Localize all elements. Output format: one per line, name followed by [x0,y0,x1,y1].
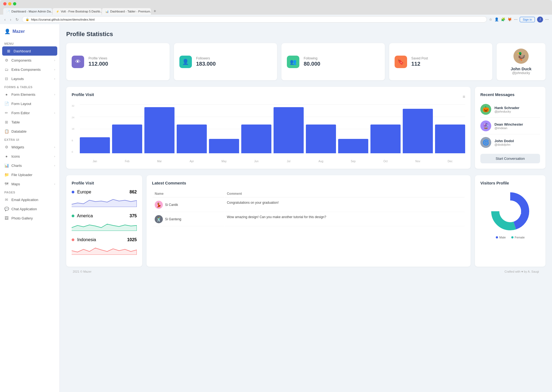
bar-3 [177,125,207,153]
tab-1[interactable]: 📄 Dashboard - Mazer Admin Da... ✕ [3,8,52,15]
y-label-32: 32 [72,104,74,107]
footer-left: 2021 © Mazer [73,270,91,273]
main-content: Profile Statistics 👁 Profile Views 112.0… [60,24,552,392]
chevron-icon-m: › [54,183,55,186]
msg-avatar-2: 🔮 [480,120,491,131]
indonesia-label: Indonesia [77,237,96,242]
america-sparkline [72,220,137,231]
sidebar-item-maps[interactable]: 🗺 Maps › [0,179,59,189]
main-footer: 2021 © Mazer Crafted with ♥ by A. Saugi [66,267,545,276]
messages-panel: Recent Messages 🎃 Hank Schrader @johnduc… [475,87,545,169]
chat-icon: 💬 [4,207,9,211]
sidebar-item-dashboard[interactable]: ⊞ Dashboard [2,46,57,56]
msg-info-3: John Dodol @dodoljohn [494,139,514,146]
minimize-dot[interactable] [8,2,11,5]
male-pct-label: 70.0% [514,212,521,215]
sidebar-item-form-layout[interactable]: 📄 Form Layout [0,99,59,108]
stat-info-profile-views: Profile Views 112.000 [88,56,108,67]
start-conversation-button[interactable]: Start Conversation [480,154,540,163]
sidebar-label-form-editor: Form Editor [11,111,30,115]
back-button[interactable]: ‹ [3,17,7,22]
browser-titlebar [3,2,549,5]
sidebar-label-chat: Chat Application [11,207,37,211]
indonesia-dot [72,238,74,241]
stat-card-following: 👥 Following 80.000 [281,43,385,80]
stat-label-followers: Followers [196,56,216,60]
form-layout-icon: 📄 [4,101,9,106]
chevron-icon-c: › [54,164,55,167]
fox-button[interactable]: 🦊 [507,17,512,21]
stat-value-profile-views: 112.000 [88,61,108,67]
comments-title: Latest Comments [152,181,465,185]
more-button[interactable]: ⋯ [514,17,518,21]
sidebar-label-dashboard: Dashboard [14,49,31,53]
reload-button[interactable]: ↻ [14,17,20,22]
sidebar-item-icons[interactable]: ● Icons › [0,152,59,161]
forms-section-label: Forms & Tables [0,83,59,90]
user-avatar-btn[interactable]: J [537,17,543,23]
sidebar-logo: 👤 Mazer [0,28,59,40]
tab-2[interactable]: ⚡ Volt - Free Bootstrap 5 Dashb... ✕ [53,8,101,15]
sidebar-item-file-uploader[interactable]: 📁 File Uploader [0,170,59,179]
chart-title: Profile Visit [72,92,94,97]
sidebar-item-photo-gallery[interactable]: 🖼 Photo Gallery [0,213,59,223]
bar-8 [338,139,368,153]
signin-button[interactable]: Sign in [520,17,535,22]
sidebar-item-extra-components[interactable]: 🗂 Extra Components › [0,65,59,74]
america-label: America [77,213,93,218]
y-label-0: 0 [72,151,74,153]
bar-5 [241,125,271,153]
msg-name-3: John Dodol [494,139,514,143]
sidebar-item-email[interactable]: ✉ Email Application [0,195,59,204]
x-label-sep: Sep [338,160,368,163]
sidebar-item-charts[interactable]: 📊 Charts › [0,161,59,170]
maximize-dot[interactable] [13,2,16,5]
stat-value-saved-post: 112 [411,61,428,67]
sidebar-item-layouts[interactable]: ⊟ Layouts › [0,74,59,83]
bar-7 [306,125,336,153]
sidebar-item-datatable[interactable]: 📋 Datatable [0,127,59,136]
sidebar-item-table[interactable]: ⊞ Table [0,117,59,127]
stat-info-saved-post: Saved Post 112 [411,56,428,67]
page-title: Profile Statistics [66,31,545,38]
bar-2 [144,107,175,153]
stat-card-followers: 👤 Followers 183.000 [174,43,277,80]
saved-post-icon-box: 🔖 [395,56,407,68]
sidebar-label-widgets: Widgets [11,145,24,149]
close-dot[interactable] [3,2,7,5]
comment-avatar-1: 💃 [155,201,163,209]
sidebar-item-components[interactable]: ⚙ Components › [0,56,59,65]
address-bar[interactable]: 🔒 https://zuramai.github.io/mazer/demo/i… [22,16,487,23]
visitors-panel: Visitors Profile 30.0% 70.0% [475,175,545,267]
bookmark-button[interactable]: ☆ [489,17,492,21]
pages-section-label: Pages [0,189,59,195]
forward-button[interactable]: › [9,17,12,22]
visit-item-america: America 375 [72,213,137,232]
chevron-icon-fe: › [54,93,55,96]
comment-row-2: 🕺 Si Ganteng Wow amazing design! Can you… [153,212,465,226]
new-tab-button[interactable]: + [151,8,158,15]
table-icon: ⊞ [4,120,9,124]
menu-button[interactable]: ⋯ [545,17,549,21]
male-dot [496,236,498,238]
europe-dot [72,191,74,193]
tab-3[interactable]: 📊 Dashboard - Tabler - Premium... ✕ [102,8,151,15]
sidebar-item-form-editor[interactable]: ✏ Form Editor › [0,108,59,117]
sidebar-item-form-elements[interactable]: ● Form Elements › [0,90,59,99]
visit-item-europe: Europe 862 [72,190,137,208]
chart-y-axis: 32 24 16 8 0 [72,104,74,153]
sidebar-label-form-layout: Form Layout [11,102,31,106]
sidebar-item-chat[interactable]: 💬 Chat Application [0,204,59,213]
dashboard-icon: ⊞ [7,49,11,53]
messages-title: Recent Messages [480,92,540,97]
sidebar-label-photo-gallery: Photo Gallery [11,216,33,220]
col-name: Name [153,190,224,197]
stat-value-following: 80.000 [304,61,320,67]
chart-menu-icon[interactable]: ≡ [463,94,465,99]
x-label-apr: Apr [177,160,207,163]
account-button[interactable]: 👤 [494,17,499,21]
sidebar-item-widgets[interactable]: ⚙ Widgets › [0,142,59,152]
comments-table: Name Comment 💃 Si Cantik [152,190,465,227]
extensions-button[interactable]: 🧩 [501,17,505,21]
x-label-dec: Dec [435,160,465,163]
